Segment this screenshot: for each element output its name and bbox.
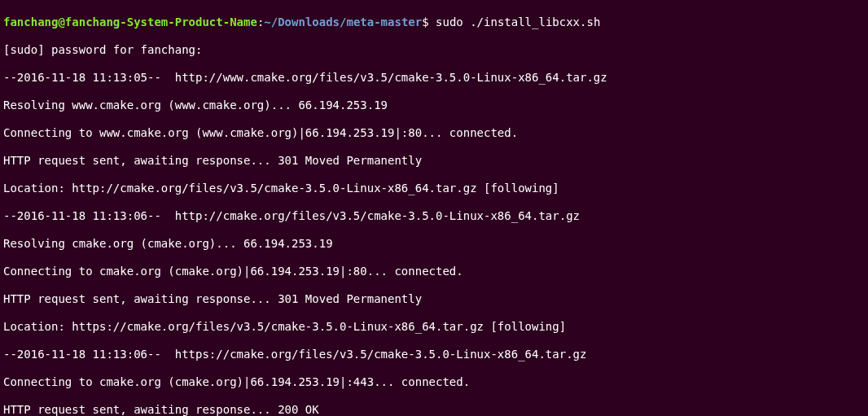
output-line: Resolving cmake.org (cmake.org)... 66.19… xyxy=(3,237,865,251)
output-line: Connecting to cmake.org (cmake.org)|66.1… xyxy=(3,375,865,389)
command-text: sudo ./install_libcxx.sh xyxy=(436,15,600,28)
prompt-userhost: fanchang@fanchang-System-Product-Name xyxy=(3,15,257,28)
output-line: Location: https://cmake.org/files/v3.5/c… xyxy=(3,320,865,334)
output-line: Resolving www.cmake.org (www.cmake.org).… xyxy=(3,99,865,112)
output-line: HTTP request sent, awaiting response... … xyxy=(3,292,865,306)
output-line: Connecting to cmake.org (cmake.org)|66.1… xyxy=(3,265,865,278)
output-line: --2016-11-18 11:13:06-- https://cmake.or… xyxy=(3,348,865,361)
output-line: --2016-11-18 11:13:06-- http://cmake.org… xyxy=(3,209,865,223)
prompt-sep2: $ xyxy=(422,15,436,28)
output-line: Location: http://cmake.org/files/v3.5/cm… xyxy=(3,182,865,195)
output-line: --2016-11-18 11:13:05-- http://www.cmake… xyxy=(3,71,865,85)
terminal-output[interactable]: fanchang@fanchang-System-Product-Name:~/… xyxy=(0,0,868,416)
output-line: Connecting to www.cmake.org (www.cmake.o… xyxy=(3,126,865,140)
output-line: [sudo] password for fanchang: xyxy=(3,43,865,57)
output-line: HTTP request sent, awaiting response... … xyxy=(3,154,865,168)
prompt-path: ~/Downloads/meta-master xyxy=(264,15,422,28)
prompt-line: fanchang@fanchang-System-Product-Name:~/… xyxy=(3,15,865,29)
output-line: HTTP request sent, awaiting response... … xyxy=(3,403,865,416)
